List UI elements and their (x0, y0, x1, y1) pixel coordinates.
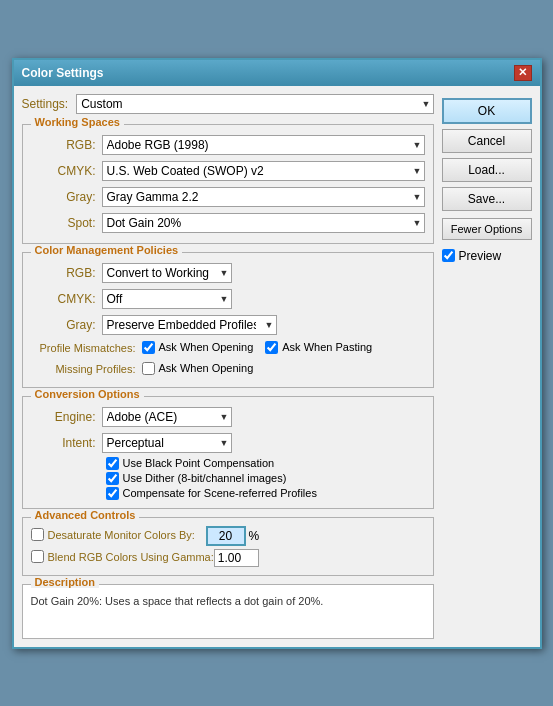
blend-label: Blend RGB Colors Using Gamma: (48, 551, 214, 563)
save-button[interactable]: Save... (442, 187, 532, 211)
missing-profiles-label: Missing Profiles: (31, 363, 136, 375)
desaturate-row: Desaturate Monitor Colors By: % (31, 526, 425, 546)
missing-ask-opening-text: Ask When Opening (159, 362, 254, 374)
scene-referred-text: Compensate for Scene-referred Profiles (123, 487, 317, 499)
ask-opening-label: Ask When Opening (142, 341, 254, 354)
desaturate-checkbox-label: Desaturate Monitor Colors By: (31, 528, 206, 541)
advanced-title: Advanced Controls (31, 509, 140, 521)
black-point-text: Use Black Point Compensation (123, 457, 275, 469)
black-point-label: Use Black Point Compensation (106, 457, 425, 470)
engine-select-wrapper: Adobe (ACE) (102, 407, 232, 427)
rgb-row: RGB: Adobe RGB (1998) (31, 133, 425, 157)
cm-gray-label: Gray: (31, 318, 96, 332)
scene-referred-checkbox[interactable] (106, 487, 119, 500)
use-dither-text: Use Dither (8-bit/channel images) (123, 472, 287, 484)
profile-mismatch-row: Profile Mismatches: Ask When Opening Ask… (31, 339, 425, 358)
cancel-button[interactable]: Cancel (442, 129, 532, 153)
load-button[interactable]: Load... (442, 158, 532, 182)
cmyk-row: CMYK: U.S. Web Coated (SWOP) v2 (31, 159, 425, 183)
ask-pasting-checkbox[interactable] (265, 341, 278, 354)
intent-select[interactable]: Perceptual (102, 433, 232, 453)
cm-rgb-select[interactable]: Convert to Working RGB (102, 263, 232, 283)
working-spaces-group: Working Spaces RGB: Adobe RGB (1998) CMY… (22, 124, 434, 244)
ask-pasting-label: Ask When Pasting (265, 341, 372, 354)
settings-select-wrapper: Custom (76, 94, 433, 114)
black-point-checkbox[interactable] (106, 457, 119, 470)
settings-row: Settings: Custom (22, 94, 434, 114)
fewer-options-button[interactable]: Fewer Options (442, 218, 532, 240)
main-content: Settings: Custom Working Spaces RGB: Ado… (22, 94, 434, 639)
engine-select[interactable]: Adobe (ACE) (102, 407, 232, 427)
cm-cmyk-select[interactable]: Off (102, 289, 232, 309)
rgb-select[interactable]: Adobe RGB (1998) (102, 135, 425, 155)
gray-label: Gray: (31, 190, 96, 204)
blend-gamma-input[interactable] (214, 549, 259, 567)
desaturate-percent: % (249, 529, 260, 543)
cm-gray-row: Gray: Preserve Embedded Profiles (31, 313, 425, 337)
profile-mismatch-label: Profile Mismatches: (31, 342, 136, 354)
advanced-controls-group: Advanced Controls Desaturate Monitor Col… (22, 517, 434, 576)
engine-row: Engine: Adobe (ACE) (31, 405, 425, 429)
blend-gamma-row: Blend RGB Colors Using Gamma: (31, 549, 425, 567)
cm-rgb-select-wrapper: Convert to Working RGB (102, 263, 232, 283)
spot-select[interactable]: Dot Gain 20% (102, 213, 425, 233)
desaturate-checkbox[interactable] (31, 528, 44, 541)
cm-cmyk-label: CMYK: (31, 292, 96, 306)
title-bar: Color Settings ✕ (14, 60, 540, 86)
cmyk-label: CMYK: (31, 164, 96, 178)
intent-select-wrapper: Perceptual (102, 433, 232, 453)
settings-select[interactable]: Custom (76, 94, 433, 114)
preview-checkbox[interactable] (442, 249, 455, 262)
description-text: Dot Gain 20%: Uses a space that reflects… (31, 595, 425, 607)
spot-label: Spot: (31, 216, 96, 230)
desaturate-label: Desaturate Monitor Colors By: (48, 529, 195, 541)
scene-referred-label: Compensate for Scene-referred Profiles (106, 487, 425, 500)
color-management-title: Color Management Policies (31, 244, 183, 256)
cmyk-select[interactable]: U.S. Web Coated (SWOP) v2 (102, 161, 425, 181)
missing-profiles-row: Missing Profiles: Ask When Opening (31, 360, 425, 379)
ask-pasting-text: Ask When Pasting (282, 341, 372, 353)
desaturate-input[interactable] (206, 526, 246, 546)
missing-ask-opening-label: Ask When Opening (142, 362, 254, 375)
blend-checkbox[interactable] (31, 550, 44, 563)
conversion-options-group: Conversion Options Engine: Adobe (ACE) I… (22, 396, 434, 509)
color-settings-dialog: Color Settings ✕ Settings: Custom Workin… (12, 58, 542, 649)
gray-row: Gray: Gray Gamma 2.2 (31, 185, 425, 209)
intent-row: Intent: Perceptual (31, 431, 425, 455)
missing-ask-opening-checkbox[interactable] (142, 362, 155, 375)
cm-gray-select[interactable]: Preserve Embedded Profiles (102, 315, 277, 335)
preview-label: Preview (459, 249, 502, 263)
dialog-title: Color Settings (22, 66, 104, 80)
cm-cmyk-row: CMYK: Off (31, 287, 425, 311)
ask-opening-text: Ask When Opening (159, 341, 254, 353)
close-button[interactable]: ✕ (514, 65, 532, 81)
working-spaces-title: Working Spaces (31, 116, 124, 128)
settings-label: Settings: (22, 97, 69, 111)
conversion-title: Conversion Options (31, 388, 144, 400)
rgb-label: RGB: (31, 138, 96, 152)
mismatch-checkboxes: Ask When Opening Ask When Pasting (142, 341, 373, 356)
use-dither-checkbox[interactable] (106, 472, 119, 485)
gray-select[interactable]: Gray Gamma 2.2 (102, 187, 425, 207)
side-buttons: OK Cancel Load... Save... Fewer Options … (442, 94, 532, 639)
engine-label: Engine: (31, 410, 96, 424)
cm-rgb-row: RGB: Convert to Working RGB (31, 261, 425, 285)
description-title: Description (31, 576, 100, 588)
cm-gray-select-wrapper: Preserve Embedded Profiles (102, 315, 277, 335)
intent-label: Intent: (31, 436, 96, 450)
color-management-group: Color Management Policies RGB: Convert t… (22, 252, 434, 388)
cm-cmyk-select-wrapper: Off (102, 289, 232, 309)
ask-opening-checkbox[interactable] (142, 341, 155, 354)
conversion-checkboxes: Use Black Point Compensation Use Dither … (31, 457, 425, 500)
gray-select-wrapper: Gray Gamma 2.2 (102, 187, 425, 207)
cmyk-select-wrapper: U.S. Web Coated (SWOP) v2 (102, 161, 425, 181)
ok-button[interactable]: OK (442, 98, 532, 124)
blend-checkbox-label: Blend RGB Colors Using Gamma: (31, 550, 214, 563)
use-dither-label: Use Dither (8-bit/channel images) (106, 472, 425, 485)
cm-rgb-label: RGB: (31, 266, 96, 280)
spot-select-wrapper: Dot Gain 20% (102, 213, 425, 233)
description-group: Description Dot Gain 20%: Uses a space t… (22, 584, 434, 639)
spot-row: Spot: Dot Gain 20% (31, 211, 425, 235)
preview-row: Preview (442, 249, 532, 263)
rgb-select-wrapper: Adobe RGB (1998) (102, 135, 425, 155)
